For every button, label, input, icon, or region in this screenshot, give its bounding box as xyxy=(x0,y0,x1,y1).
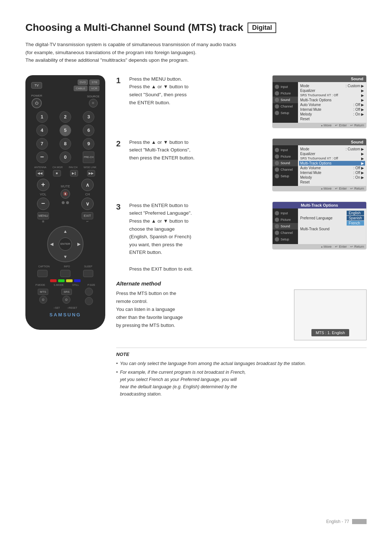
sidebar3-setup: Setup xyxy=(273,236,298,243)
nav-right-arrow[interactable]: ▶ xyxy=(77,242,81,247)
samsung-logo: SAMSUNG xyxy=(31,312,99,317)
step-2-text: Press the ▲ or ▼ button to select "Multi… xyxy=(129,138,266,162)
multitrack-highlighted-row: Multi-Track Options▶ xyxy=(299,161,365,166)
step-1-number: 1 xyxy=(116,76,123,85)
tv-button[interactable]: TV xyxy=(31,82,42,89)
mts-circle-button[interactable]: ⊙ xyxy=(39,296,47,304)
step-3-text: Press the ENTER button to select "Prefer… xyxy=(129,202,266,256)
mts-preview-box: MTS : 1. English xyxy=(294,289,367,340)
sidebar3-sound: Sound xyxy=(273,223,298,230)
red-button[interactable] xyxy=(50,279,57,282)
nav-down-arrow[interactable]: ▼ xyxy=(63,254,68,259)
num-7-button[interactable]: 7 xyxy=(36,138,48,150)
tv-panel-2: Sound Input Picture Sound Channel Setup … xyxy=(272,138,367,191)
exit-button[interactable]: EXIT xyxy=(82,212,93,219)
sidebar2-picture: Picture xyxy=(273,153,298,160)
cable-button[interactable]: CABLE xyxy=(74,86,87,91)
note-bullet-1: You can only select the language from am… xyxy=(116,360,367,367)
rew-button[interactable]: ◀◀ xyxy=(36,170,44,177)
sidebar-channel: Channel xyxy=(273,103,298,110)
lang-spanish: Spanish xyxy=(347,216,364,220)
alternate-title: Alternate method xyxy=(116,280,367,287)
tv-panel-1: Sound Input Picture Sound Channel Setup … xyxy=(272,75,367,128)
source-label: SOURCE xyxy=(87,95,99,98)
footer-text: English - 77 xyxy=(326,519,349,524)
lang-french: French xyxy=(347,221,364,226)
set-reset-labels: ○SET○RESET xyxy=(31,307,99,309)
tv-panel-3-header: Multi-Track Options xyxy=(273,202,366,208)
stb-button[interactable]: STB xyxy=(89,80,99,85)
sidebar2-input: Input xyxy=(273,147,298,153)
caption-button[interactable] xyxy=(37,270,48,277)
num-3-button[interactable]: 3 xyxy=(83,111,94,123)
nav-ring: ▲ ▼ ◀ ▶ ENTER xyxy=(47,226,83,262)
sidebar3-channel: Channel xyxy=(273,230,298,236)
sidebar-sound: Sound xyxy=(273,97,298,103)
sidebar3-picture: Picture xyxy=(273,216,298,223)
num-0-button[interactable]: 0 xyxy=(60,151,71,163)
extra-button-2[interactable] xyxy=(85,297,93,305)
sleep-button[interactable] xyxy=(83,270,93,277)
sidebar2-sound: Sound xyxy=(273,160,298,166)
tv-panel-3-footer: ⬥ Move↵ Enter↩ Return xyxy=(273,244,366,249)
alternate-text: Press the MTS button on the remote contr… xyxy=(116,289,287,329)
mute-button[interactable]: 🔇 xyxy=(61,189,70,199)
tv-panel-2-sidebar: Input Picture Sound Channel Setup xyxy=(273,145,298,186)
tv-panel-2-header: Sound xyxy=(273,139,366,145)
yellow-button[interactable] xyxy=(66,279,73,282)
step-3: 3 Press the ENTER button to select "Pref… xyxy=(116,202,367,256)
play-pause-button[interactable]: ▶‖ xyxy=(70,170,78,177)
num-5-button[interactable]: 5 xyxy=(60,125,71,136)
green-button[interactable] xyxy=(58,279,65,282)
pmode-labels: P.MODES.MODESTILLP.SIZE xyxy=(31,284,99,286)
vol-label: VOL xyxy=(40,192,46,196)
dash-button[interactable]: − xyxy=(36,151,48,163)
stop-button[interactable]: ■ xyxy=(53,170,61,177)
num-6-button[interactable]: 6 xyxy=(83,125,94,136)
ff-button[interactable]: ▶▶ xyxy=(87,170,95,177)
step-2-number: 2 xyxy=(116,139,123,149)
extra-button-1[interactable] xyxy=(85,288,93,296)
source-button[interactable]: ⊙ xyxy=(89,99,98,108)
note-section: NOTE You can only select the language fr… xyxy=(116,348,367,398)
multitrack-sound-row: Multi-Track Sound xyxy=(300,226,364,232)
footer-bar xyxy=(352,519,367,524)
step-3-number: 3 xyxy=(116,202,123,212)
sidebar-setup: Setup xyxy=(273,110,298,116)
num-9-button[interactable]: 9 xyxy=(83,138,94,150)
tv-panel-3-sidebar: Input Picture Sound Channel Setup xyxy=(273,208,298,244)
num-4-button[interactable]: 4 xyxy=(36,125,48,136)
dvd-button[interactable]: DVD xyxy=(78,80,88,85)
enter-button[interactable]: ENTER xyxy=(59,238,72,251)
steps-section: 1 Press the MENU button. Press the ▲ or … xyxy=(116,75,367,399)
srs-button[interactable]: SRS xyxy=(61,289,72,295)
nav-up-arrow[interactable]: ▲ xyxy=(63,229,68,234)
power-button[interactable]: ⏻ xyxy=(32,98,42,108)
tv-panel-1-main: Mode: Custom ▶ Equalizer▶ SRS TruSurroun… xyxy=(298,82,366,123)
num-2-button[interactable]: 2 xyxy=(60,111,71,123)
tv-panel-1-header: Sound xyxy=(273,76,366,82)
tv-panel-3-main: Preferred Language English Spanish Frenc… xyxy=(298,208,366,244)
ch-label: CH xyxy=(85,192,90,196)
num-8-button[interactable]: 8 xyxy=(60,138,71,150)
blue-button[interactable] xyxy=(74,279,81,282)
vol-up-button[interactable]: + xyxy=(37,179,49,191)
srs-circle-button[interactable]: ⊙ xyxy=(62,296,70,304)
nav-left-arrow[interactable]: ◀ xyxy=(50,242,53,247)
ch-down-button[interactable]: ∨ xyxy=(81,198,94,210)
prech-button[interactable]: PRE-CH xyxy=(83,151,94,163)
preferred-lang-row: Preferred Language English Spanish Frenc… xyxy=(300,210,364,226)
mute-label: MUTE xyxy=(61,185,70,188)
vol-down-button[interactable]: − xyxy=(37,198,49,210)
sidebar-picture: Picture xyxy=(273,90,298,97)
power-label: POWER xyxy=(31,94,42,97)
mts-button[interactable]: MTS xyxy=(38,289,48,295)
info-button[interactable] xyxy=(60,270,70,277)
sidebar2-setup: Setup xyxy=(273,173,298,179)
tv-panel-1-sidebar: Input Picture Sound Channel Setup xyxy=(273,82,298,123)
ch-up-button[interactable]: ∧ xyxy=(81,179,94,191)
menu-button[interactable]: MENU xyxy=(37,212,49,219)
vcr-button[interactable]: VCR xyxy=(89,86,99,91)
tv-panel-2-footer: ⬥ Move↵ Enter↩ Return xyxy=(273,186,366,191)
num-1-button[interactable]: 1 xyxy=(36,111,48,123)
